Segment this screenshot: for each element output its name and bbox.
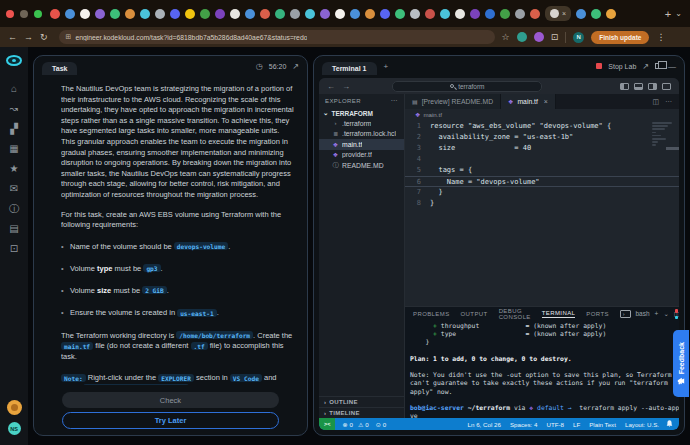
- browser-tab[interactable]: [515, 9, 525, 19]
- code-line[interactable]: 8}: [405, 198, 679, 209]
- browser-tab[interactable]: [425, 9, 435, 19]
- browser-tab[interactable]: [110, 9, 120, 19]
- remote-indicator[interactable]: ><: [319, 418, 335, 430]
- rewards-avatar-icon[interactable]: [7, 400, 22, 415]
- feedback-message-icon[interactable]: ✉: [9, 184, 19, 194]
- status-item-ln-6-col-26[interactable]: Ln 6, Col 26: [468, 421, 501, 428]
- editor-tab-preview-readme-md[interactable]: ▤[Preview] README.MD: [405, 94, 501, 109]
- tab-terminal-1[interactable]: Terminal 1: [322, 62, 377, 75]
- learning-path-icon[interactable]: ↝: [9, 104, 19, 114]
- new-tab-button[interactable]: +: [665, 8, 671, 20]
- kodekloud-logo-icon[interactable]: [6, 55, 22, 66]
- panel-tab-debug-console[interactable]: DEBUG CONSOLE: [499, 308, 531, 320]
- notifications-bell-icon[interactable]: [666, 420, 673, 428]
- browser-tab[interactable]: [395, 9, 405, 19]
- browser-tab[interactable]: [50, 9, 60, 19]
- problems-indicator[interactable]: ⊗ 0 ⚠ 0: [342, 421, 368, 428]
- browser-tab[interactable]: [95, 9, 105, 19]
- browser-tab[interactable]: [305, 9, 315, 19]
- status-item-layout-u-s[interactable]: Layout: U.S.: [625, 421, 659, 428]
- calendar-icon[interactable]: ▦: [9, 144, 19, 154]
- try-later-button[interactable]: Try Later: [62, 412, 279, 429]
- browser-tab[interactable]: [275, 9, 285, 19]
- split-editor-icon[interactable]: ◫: [652, 98, 659, 106]
- explorer-item-readme-md[interactable]: ⓘREADME.MD: [319, 160, 404, 171]
- browser-tab[interactable]: [230, 9, 240, 19]
- browser-tab[interactable]: [485, 9, 495, 19]
- browser-tab[interactable]: [530, 9, 540, 19]
- browser-tab[interactable]: [155, 9, 165, 19]
- docs-icon[interactable]: ▤: [9, 224, 19, 234]
- back-icon[interactable]: ←: [8, 33, 17, 42]
- explorer-item-terraform-lock-hcl[interactable]: ≣.terraform.lock.hcl: [319, 129, 404, 140]
- editor-more-icon[interactable]: ⋯: [665, 98, 672, 106]
- browser-tab[interactable]: [215, 9, 225, 19]
- tab-task[interactable]: Task: [42, 62, 77, 75]
- site-settings-icon[interactable]: ⊞: [66, 33, 72, 41]
- reload-icon[interactable]: ↻: [40, 33, 48, 42]
- forward-icon[interactable]: →: [24, 33, 33, 42]
- achievements-icon[interactable]: ★: [9, 164, 19, 174]
- browser-tab[interactable]: [320, 9, 330, 19]
- browser-tab[interactable]: [350, 9, 360, 19]
- panel-tab-ports[interactable]: PORTS: [586, 311, 609, 317]
- browser-tab[interactable]: [365, 9, 375, 19]
- code-editor[interactable]: 1resource "aws_ebs_volume" "devops-volum…: [405, 119, 679, 306]
- minimap[interactable]: [652, 122, 676, 148]
- browser-tab[interactable]: [335, 9, 345, 19]
- explorer-section-outline[interactable]: ›OUTLINE: [319, 396, 404, 407]
- progress-icon[interactable]: ▞: [9, 124, 19, 134]
- browser-tab[interactable]: [591, 9, 601, 19]
- browser-tab[interactable]: [576, 9, 586, 19]
- bookmark-star-icon[interactable]: ☆: [502, 33, 510, 42]
- status-item-spaces-4[interactable]: Spaces: 4: [510, 421, 538, 428]
- terminal-dropdown-icon[interactable]: ⌄: [663, 310, 668, 318]
- code-line[interactable]: 3 size = 40: [405, 143, 679, 154]
- stop-lab-button[interactable]: Stop Lab: [608, 63, 636, 70]
- tab-search-chevron-icon[interactable]: ⌄: [675, 9, 684, 18]
- info-icon[interactable]: ⓘ: [9, 204, 19, 214]
- zoom-window-button[interactable]: [34, 10, 42, 18]
- close-window-button[interactable]: [6, 10, 14, 18]
- browser-tab[interactable]: [455, 9, 465, 19]
- extension-icon[interactable]: [534, 32, 544, 42]
- browser-tab[interactable]: [80, 9, 90, 19]
- browser-tab[interactable]: [65, 9, 75, 19]
- minimize-window-button[interactable]: [20, 10, 28, 18]
- browser-tab[interactable]: [380, 9, 390, 19]
- shell-label[interactable]: bash: [636, 310, 650, 317]
- feedback-button[interactable]: Feedback: [673, 330, 689, 397]
- explorer-item-provider-tf[interactable]: ❖provider.tf: [319, 150, 404, 161]
- customize-layout-icon[interactable]: [662, 83, 671, 90]
- finish-update-button[interactable]: Finish update: [591, 31, 649, 44]
- explorer-item-main-tf[interactable]: ❖main.tf: [319, 139, 404, 150]
- browser-menu-kebab-icon[interactable]: ⋮: [656, 33, 665, 42]
- browser-tab[interactable]: [200, 9, 210, 19]
- browser-tab[interactable]: [260, 9, 270, 19]
- extension-icon[interactable]: [517, 32, 527, 42]
- browser-tab[interactable]: [245, 9, 255, 19]
- toggle-sidebar-icon[interactable]: [620, 83, 629, 90]
- vscode-back-icon[interactable]: ←: [327, 82, 335, 91]
- browser-tab[interactable]: [606, 9, 616, 19]
- vscode-search-bar[interactable]: terraform: [392, 81, 542, 92]
- browser-profile-avatar[interactable]: N: [573, 32, 584, 43]
- toggle-panel-icon[interactable]: [634, 83, 643, 90]
- ports-indicator[interactable]: ⊙ 0: [376, 421, 386, 428]
- vscode-forward-icon[interactable]: →: [342, 82, 350, 91]
- forum-icon[interactable]: ⊡: [9, 244, 19, 254]
- code-line[interactable]: 1resource "aws_ebs_volume" "devops-volum…: [405, 121, 679, 132]
- extensions-puzzle-icon[interactable]: ⊡: [551, 33, 559, 42]
- browser-tab[interactable]: [170, 9, 180, 19]
- scrollbar-handle[interactable]: [666, 147, 679, 150]
- browser-tab[interactable]: [410, 9, 420, 19]
- code-line[interactable]: 2 availability_zone = "us-east-1b": [405, 132, 679, 143]
- explorer-item-terraform[interactable]: ›.terraform: [319, 118, 404, 129]
- browser-tab[interactable]: [290, 9, 300, 19]
- status-item-utf-8[interactable]: UTF-8: [546, 421, 564, 428]
- browser-tab[interactable]: [440, 9, 450, 19]
- new-terminal-tab-button[interactable]: +: [384, 62, 389, 71]
- new-terminal-icon[interactable]: +: [655, 310, 659, 317]
- close-tab-icon[interactable]: ×: [562, 10, 566, 17]
- explorer-root-folder[interactable]: ⌄ TERRAFORM: [319, 108, 404, 118]
